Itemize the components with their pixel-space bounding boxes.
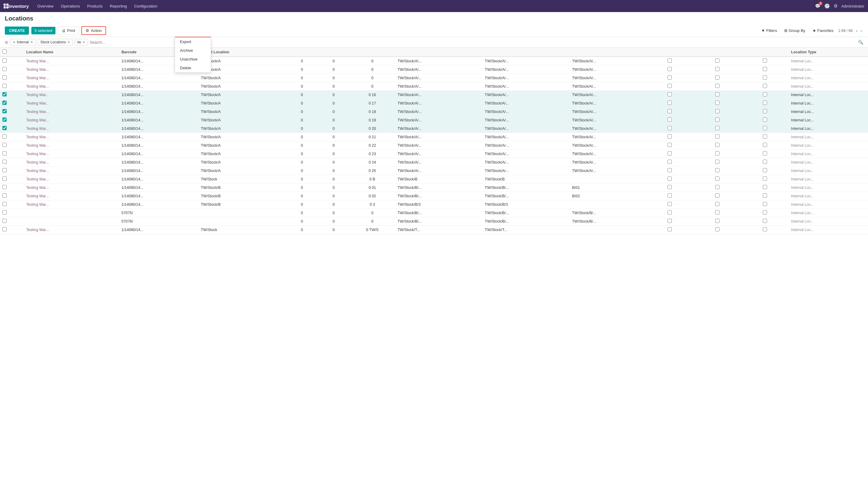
row-checkbox[interactable] — [2, 67, 7, 71]
row-checkbox[interactable] — [2, 84, 7, 88]
row-link[interactable]: Testing War... — [26, 177, 49, 181]
bool-checkbox[interactable] — [668, 84, 672, 88]
table-cell[interactable] — [0, 141, 24, 150]
prev-page-button[interactable]: ‹ — [855, 28, 859, 34]
bool-checkbox[interactable] — [668, 143, 672, 147]
table-cell[interactable] — [0, 192, 24, 200]
bool-checkbox[interactable] — [763, 219, 767, 223]
bool-checkbox[interactable] — [668, 176, 672, 181]
row-checkbox[interactable] — [2, 143, 7, 147]
bool-checkbox[interactable] — [668, 151, 672, 155]
action-delete[interactable]: Delete — [175, 63, 211, 72]
row-link[interactable]: Testing War... — [26, 93, 49, 97]
row-checkbox[interactable] — [2, 193, 7, 198]
group-by-button[interactable]: ⊞ Group By — [782, 27, 808, 34]
bool-checkbox[interactable] — [763, 109, 767, 113]
row-link[interactable]: Testing War... — [26, 67, 49, 72]
row-checkbox[interactable] — [2, 126, 7, 130]
table-cell[interactable] — [0, 57, 24, 65]
row-checkbox[interactable] — [2, 92, 7, 96]
bool-checkbox[interactable] — [763, 126, 767, 130]
row-checkbox[interactable] — [2, 227, 7, 231]
bool-checkbox[interactable] — [715, 109, 720, 113]
bool-checkbox[interactable] — [668, 227, 672, 231]
row-link[interactable]: Testing War... — [26, 143, 49, 148]
bool-checkbox[interactable] — [763, 160, 767, 164]
row-checkbox[interactable] — [2, 109, 7, 113]
bool-checkbox[interactable] — [715, 185, 720, 189]
row-checkbox[interactable] — [2, 219, 7, 223]
bool-checkbox[interactable] — [715, 75, 720, 80]
row-checkbox[interactable] — [2, 75, 7, 80]
bool-checkbox[interactable] — [715, 151, 720, 155]
bool-checkbox[interactable] — [668, 126, 672, 130]
bool-checkbox[interactable] — [763, 117, 767, 122]
table-cell[interactable] — [0, 91, 24, 99]
row-checkbox[interactable] — [2, 210, 7, 214]
row-link[interactable]: Testing War... — [26, 169, 49, 173]
action-button[interactable]: ⚙ Action — [81, 26, 106, 35]
row-checkbox[interactable] — [2, 176, 7, 181]
row-checkbox[interactable] — [2, 168, 7, 172]
bool-checkbox[interactable] — [668, 210, 672, 214]
bool-checkbox[interactable] — [715, 227, 720, 231]
bool-checkbox[interactable] — [763, 227, 767, 231]
next-page-button[interactable]: › — [859, 28, 863, 34]
row-link[interactable]: Testing War... — [26, 194, 49, 198]
row-link[interactable]: Testing War... — [26, 126, 49, 131]
row-link[interactable]: Testing War... — [26, 202, 49, 207]
bool-checkbox[interactable] — [668, 117, 672, 122]
bool-checkbox[interactable] — [668, 58, 672, 63]
row-link[interactable]: Testing War... — [26, 110, 49, 114]
bool-checkbox[interactable] — [668, 219, 672, 223]
bool-checkbox[interactable] — [668, 67, 672, 71]
filter-tw-remove[interactable]: ✕ — [82, 40, 85, 44]
table-cell[interactable] — [0, 175, 24, 183]
row-checkbox[interactable] — [2, 117, 7, 122]
table-cell[interactable] — [0, 124, 24, 133]
action-unarchive[interactable]: Unarchive — [175, 55, 211, 63]
row-link[interactable]: Testing War... — [26, 160, 49, 165]
bool-checkbox[interactable] — [668, 160, 672, 164]
bool-checkbox[interactable] — [715, 143, 720, 147]
filters-button[interactable]: ▼ Filters — [759, 27, 779, 34]
row-checkbox[interactable] — [2, 134, 7, 139]
table-cell[interactable] — [0, 82, 24, 91]
bool-checkbox[interactable] — [763, 193, 767, 198]
row-link[interactable]: Testing War... — [26, 59, 49, 63]
print-button[interactable]: 🖨 Print — [58, 27, 79, 35]
bool-checkbox[interactable] — [763, 210, 767, 214]
bool-checkbox[interactable] — [715, 126, 720, 130]
table-cell[interactable] — [0, 183, 24, 192]
bool-checkbox[interactable] — [763, 168, 767, 172]
table-cell[interactable] — [0, 158, 24, 167]
row-checkbox[interactable] — [2, 185, 7, 189]
bool-checkbox[interactable] — [668, 100, 672, 105]
row-link[interactable]: Testing War... — [26, 152, 49, 156]
row-link[interactable]: Testing War... — [26, 101, 49, 106]
bool-checkbox[interactable] — [715, 219, 720, 223]
bool-checkbox[interactable] — [715, 193, 720, 198]
bool-checkbox[interactable] — [668, 185, 672, 189]
nav-operations[interactable]: Operations — [57, 0, 84, 12]
bool-checkbox[interactable] — [715, 210, 720, 214]
select-all-checkbox[interactable] — [2, 49, 7, 54]
bool-checkbox[interactable] — [763, 185, 767, 189]
nav-products[interactable]: Products — [83, 0, 106, 12]
table-cell[interactable] — [0, 116, 24, 124]
table-cell[interactable] — [0, 133, 24, 141]
search-icon[interactable]: 🔍 — [858, 40, 863, 45]
table-cell[interactable] — [0, 150, 24, 158]
bool-checkbox[interactable] — [763, 92, 767, 96]
row-checkbox[interactable] — [2, 151, 7, 155]
action-export[interactable]: Export — [175, 37, 211, 46]
table-cell[interactable] — [0, 167, 24, 175]
row-link[interactable]: Testing War... — [26, 84, 49, 89]
bool-checkbox[interactable] — [668, 92, 672, 96]
table-cell[interactable] — [0, 200, 24, 209]
bool-checkbox[interactable] — [668, 168, 672, 172]
row-checkbox[interactable] — [2, 58, 7, 63]
nav-configuration[interactable]: Configuration — [131, 0, 161, 12]
row-link[interactable]: Testing War... — [26, 118, 49, 122]
bool-checkbox[interactable] — [763, 202, 767, 206]
